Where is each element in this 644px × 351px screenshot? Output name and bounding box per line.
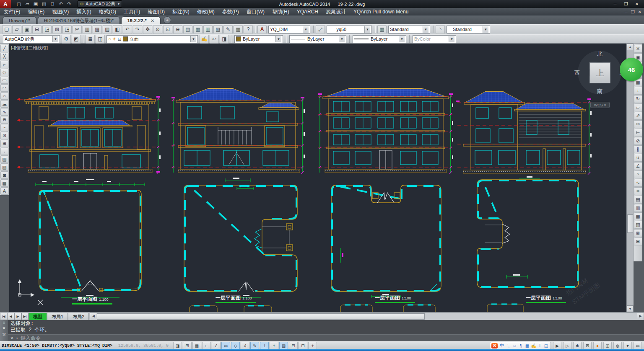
3d-object-snap-icon[interactable]: ◇ — [231, 342, 240, 349]
dynamic-input-icon[interactable]: ✎ — [250, 342, 259, 349]
plot-icon[interactable]: ⊟ — [32, 25, 42, 34]
file-tab-drawing1[interactable]: Drawing1* — [3, 16, 36, 24]
plot-preview-icon[interactable]: ◲ — [42, 25, 52, 34]
redo-icon[interactable]: ↷ — [65, 1, 73, 7]
zoom-window-icon[interactable]: ⊡ — [163, 25, 172, 34]
menu-item-12[interactable]: YQARCH — [293, 8, 322, 15]
markup-set-manager-icon[interactable]: ✎ — [223, 25, 233, 34]
layer-lock-icon[interactable]: ⊡ — [118, 36, 122, 42]
elevation-3[interactable] — [318, 88, 453, 174]
command-input[interactable]: » ▾ 键入命令 — [8, 334, 644, 342]
tab-layout2[interactable]: 布局2 — [68, 313, 89, 320]
color-combo[interactable]: ByLayer▼ — [234, 35, 283, 43]
menu-item-2[interactable]: 视图(V) — [48, 8, 73, 15]
quick-properties-icon[interactable]: ⊟ — [289, 342, 298, 349]
join-icon[interactable]: ∪ — [634, 154, 642, 162]
annotation-autoscale-icon[interactable]: ▷ — [563, 342, 571, 349]
open-file-icon[interactable]: ▱ — [23, 1, 31, 7]
table-style-combo[interactable]: Standard▼ — [388, 26, 430, 34]
windows-taskbar-edge[interactable] — [0, 349, 644, 351]
cut-clip-icon[interactable]: ✂ — [73, 25, 82, 34]
layer-color-swatch[interactable] — [123, 36, 128, 41]
object-snap-tracking-icon[interactable]: ∡ — [241, 342, 249, 349]
infer-constraints-icon[interactable]: ◨ — [173, 342, 182, 349]
floor-plan-2[interactable] — [184, 178, 297, 297]
workspace-save-icon[interactable]: ◩ — [72, 35, 81, 44]
help-icon[interactable]: ? — [244, 25, 253, 34]
tab-model[interactable]: 模型 — [29, 313, 47, 320]
command-window-grip[interactable]: ⣿ ✕ ⚒ — [0, 320, 8, 341]
sogou-handwriting-icon[interactable]: ✍ — [530, 343, 537, 348]
show-lineweight-icon[interactable]: + — [270, 342, 278, 349]
sogou-emoji-icon[interactable]: ☺ — [512, 343, 518, 348]
new-file-icon[interactable]: ▢ — [15, 1, 23, 7]
file-tab-19-2-22[interactable]: 19-2-22-* ✕ — [121, 16, 161, 24]
tab-close-icon[interactable]: ✕ — [151, 18, 154, 23]
table-icon[interactable]: ▦ — [0, 179, 9, 187]
ellipse-arc-icon[interactable]: ◔ — [0, 124, 9, 132]
make-layer-current-icon[interactable]: ✍ — [200, 35, 209, 44]
menu-item-3[interactable]: 插入(I) — [73, 8, 95, 15]
layer-properties-manager-icon[interactable]: ≣ — [86, 35, 95, 44]
viewcube-top-face[interactable]: 上 — [589, 62, 610, 83]
zoom-realtime-icon[interactable]: ⊙ — [153, 25, 162, 34]
viewcube-north[interactable]: 北 — [597, 50, 602, 58]
scroll-up-button[interactable]: ▲ — [627, 44, 634, 50]
vertical-scroll-thumb[interactable] — [627, 214, 633, 233]
dynamic-ucs-icon[interactable]: ⊥ — [260, 342, 269, 349]
arc-icon[interactable]: ◠ — [0, 84, 9, 92]
multiline-text-icon[interactable]: A — [0, 187, 9, 195]
scroll-right-button[interactable]: ▶ — [637, 313, 644, 319]
create-block-icon[interactable]: ⊞ — [0, 140, 9, 147]
child-minimize-button[interactable]: ─ — [625, 10, 628, 14]
viewcube-south[interactable]: 南 — [597, 88, 602, 95]
bring-above-icon[interactable]: ▦ — [634, 212, 642, 220]
workspace-switch-combo[interactable]: AutoCAD 经典▼ — [3, 35, 60, 43]
polyline-icon[interactable]: ⌐ — [0, 61, 9, 68]
menu-item-10[interactable]: 窗口(W) — [243, 8, 268, 15]
pan-realtime-icon[interactable]: ✥ — [143, 25, 152, 34]
workspace-settings-icon[interactable]: ⚙ — [62, 35, 71, 44]
quickcalc-icon[interactable]: ▦ — [234, 25, 243, 34]
command-history[interactable]: 选择对象: 已提取 2 个环。 — [8, 320, 644, 334]
save-as-icon[interactable]: ▤ — [40, 1, 48, 7]
scale-icon[interactable]: ▱ — [634, 103, 642, 111]
linetype-combo[interactable]: ByLayer▼ — [289, 35, 346, 43]
explode-icon[interactable]: ✶ — [634, 187, 642, 195]
hatch-to-back-icon[interactable]: ⊞ — [634, 237, 642, 245]
horizontal-scroll-thumb[interactable] — [97, 313, 425, 320]
properties-palette-icon[interactable]: ▤ — [183, 25, 192, 34]
open-file-icon[interactable]: ▱ — [12, 25, 21, 34]
chamfer-icon[interactable]: ∠ — [634, 162, 642, 170]
prev-layout-button[interactable]: ◀ — [7, 313, 14, 320]
move-icon[interactable]: + — [634, 87, 642, 95]
send-under-icon[interactable]: ▧ — [634, 221, 642, 229]
zoom-previous-icon[interactable]: ⊖ — [173, 25, 182, 34]
tool-palettes-icon[interactable]: ▥ — [203, 25, 213, 34]
annotation-scale-icon[interactable]: + — [308, 342, 317, 349]
vertical-scrollbar[interactable]: ▲ ▼ — [626, 44, 634, 312]
text-style-icon[interactable]: A — [257, 25, 267, 34]
next-layout-button[interactable]: ▶ — [14, 313, 21, 320]
menu-item-6[interactable]: 绘图(D) — [144, 8, 169, 15]
grid-display-icon[interactable]: ▦ — [192, 342, 201, 349]
object-snap-icon[interactable]: ▭ — [221, 342, 230, 349]
region-icon[interactable]: ◙ — [0, 171, 9, 179]
isolate-objects-icon[interactable]: ◫ — [603, 342, 612, 349]
menu-item-1[interactable]: 编辑(E) — [24, 8, 48, 15]
plot-icon[interactable]: ⊟ — [49, 1, 56, 7]
annotation-visible-icon[interactable]: ▶ — [553, 342, 561, 349]
sogou-voice-icon[interactable]: ¶ — [518, 343, 524, 348]
text-to-front-icon[interactable]: ⊠ — [634, 229, 642, 237]
erase-icon[interactable]: ✕ — [634, 45, 642, 53]
3ddwf-icon[interactable]: ◳ — [62, 25, 72, 34]
command-prompt-icon[interactable]: » — [10, 336, 13, 341]
redo-icon[interactable]: ↷ — [133, 25, 142, 34]
tray-arrow-icon[interactable]: ▾ — [623, 342, 632, 349]
layer-on-icon[interactable]: ○ — [108, 36, 111, 41]
rectangle-icon[interactable]: ▭ — [0, 77, 9, 84]
child-close-button[interactable]: ✕ — [638, 10, 641, 14]
fillet-icon[interactable]: ◝ — [634, 170, 642, 178]
point-icon[interactable]: ∙ — [0, 148, 9, 155]
wcs-button[interactable]: WCS▾ — [590, 102, 610, 108]
